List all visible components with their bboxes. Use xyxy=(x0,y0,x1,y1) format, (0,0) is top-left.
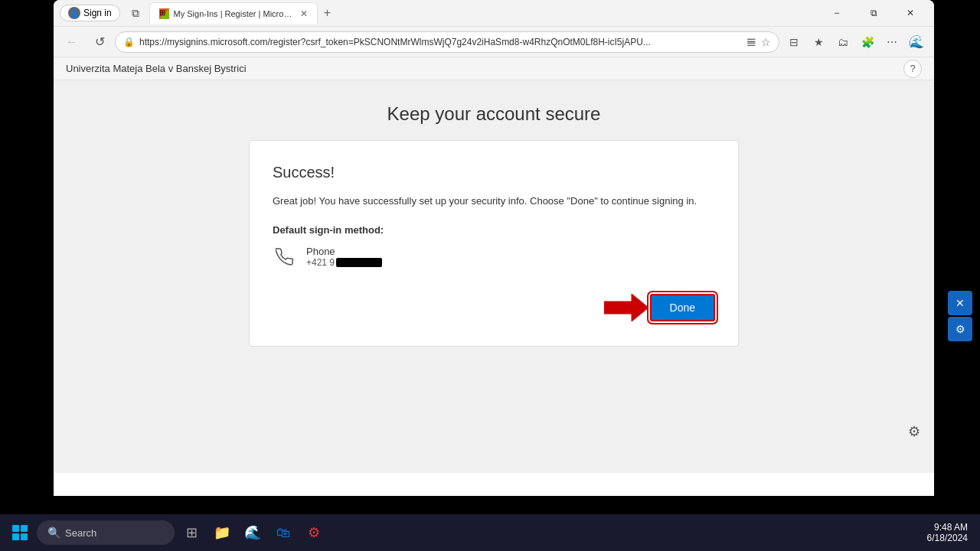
phone-label: Phone xyxy=(306,246,382,257)
taskbar-search[interactable]: 🔍 Search xyxy=(37,520,175,545)
page-content: Keep your account secure Success! Great … xyxy=(54,80,934,473)
profile-icon: 👤 xyxy=(68,7,80,19)
toolbar-actions: ⊟ ★ 🗂 🧩 ⋯ 🌊 xyxy=(782,31,928,54)
success-message: Great job! You have successfully set up … xyxy=(273,194,715,209)
clock-date: 6/18/2024 xyxy=(927,533,968,543)
close-button[interactable]: ✕ xyxy=(893,2,928,24)
phone-row: Phone +421 9 xyxy=(273,245,715,269)
phone-redacted xyxy=(336,258,382,267)
profile-label: Sign in xyxy=(83,8,112,18)
success-heading: Success! xyxy=(273,164,715,181)
extra-app-button[interactable]: ⚙ xyxy=(300,519,328,546)
clock-time: 9:48 AM xyxy=(934,522,968,533)
taskbar: 🔍 Search ⊞ 📁 🌊 🛍 ⚙ 9:48 AM 6/18/2024 xyxy=(0,514,980,551)
institution-bar: Univerzita Mateja Bela v Banskej Bystric… xyxy=(54,57,934,80)
task-view-button[interactable]: ⊞ xyxy=(178,519,205,546)
side-icon-1[interactable]: ✕ xyxy=(948,291,972,315)
clock: 9:48 AM 6/18/2024 xyxy=(927,522,974,543)
profile-button[interactable]: 👤 Sign in xyxy=(60,5,120,21)
tab-picker-button[interactable]: ⧉ xyxy=(125,2,146,24)
favorites-button[interactable]: ★ xyxy=(807,31,830,54)
tabs-area: ⊞ My Sign-Ins | Register | Microsoft ...… xyxy=(149,0,819,26)
store-button[interactable]: 🛍 xyxy=(270,519,297,546)
file-explorer-button[interactable]: 📁 xyxy=(208,519,236,546)
start-button[interactable] xyxy=(6,519,34,546)
new-tab-button[interactable]: + xyxy=(318,6,337,20)
windows-icon xyxy=(12,525,28,540)
phone-number: +421 9 xyxy=(306,257,382,268)
extensions-button[interactable]: 🧩 xyxy=(856,31,879,54)
minimize-button[interactable]: − xyxy=(819,2,854,24)
svg-marker-0 xyxy=(604,294,648,321)
favorites-icon[interactable]: ☆ xyxy=(761,36,771,48)
more-button[interactable]: ⋯ xyxy=(880,31,903,54)
settings-button[interactable]: ⚙ xyxy=(903,421,925,442)
phone-info: Phone +421 9 xyxy=(306,246,382,268)
collections-button[interactable]: 🗂 xyxy=(831,31,854,54)
search-icon: 🔍 xyxy=(47,527,60,539)
tab-title: My Sign-Ins | Register | Microsoft ... xyxy=(174,9,296,18)
help-button[interactable]: ? xyxy=(903,60,922,78)
window-controls: − ⧉ ✕ xyxy=(819,2,928,24)
read-mode-icon: 𝌆 xyxy=(746,36,756,48)
red-arrow-icon xyxy=(604,292,650,323)
done-area: Done xyxy=(273,292,715,323)
arrow-annotation: Done xyxy=(604,292,715,323)
address-bar[interactable]: 🔒 https://mysignins.microsoft.com/regist… xyxy=(115,31,779,53)
refresh-button[interactable]: ↺ xyxy=(87,30,112,54)
success-card: Success! Great job! You have successfull… xyxy=(249,140,739,347)
favicon: ⊞ xyxy=(159,8,169,19)
url-text: https://mysignins.microsoft.com/register… xyxy=(139,37,742,47)
institution-name: Univerzita Mateja Bela v Banskej Bystric… xyxy=(66,63,247,74)
toolbar: ← ↺ 🔒 https://mysignins.microsoft.com/re… xyxy=(54,27,934,57)
split-view-button[interactable]: ⊟ xyxy=(782,31,805,54)
page-title: Keep your account secure xyxy=(387,103,601,125)
restore-button[interactable]: ⧉ xyxy=(856,2,891,24)
active-tab[interactable]: ⊞ My Sign-Ins | Register | Microsoft ...… xyxy=(149,2,318,24)
default-method-label: Default sign-in method: xyxy=(273,224,715,236)
title-bar: 👤 Sign in ⧉ ⊞ My Sign-Ins | Register | M… xyxy=(54,0,934,27)
done-button[interactable]: Done xyxy=(650,294,715,321)
browser-window: 👤 Sign in ⧉ ⊞ My Sign-Ins | Register | M… xyxy=(54,0,934,496)
side-icon-2[interactable]: ⚙ xyxy=(948,317,972,341)
back-button[interactable]: ← xyxy=(60,30,84,54)
edge-taskbar-button[interactable]: 🌊 xyxy=(239,519,266,546)
edge-icon: 🌊 xyxy=(905,31,928,54)
tab-close-button[interactable]: ✕ xyxy=(300,8,308,19)
phone-icon xyxy=(273,245,297,269)
lock-icon: 🔒 xyxy=(123,37,135,47)
search-label: Search xyxy=(65,527,96,539)
side-panel: ✕ ⚙ xyxy=(948,291,972,341)
content-area: Univerzita Mateja Bela v Banskej Bystric… xyxy=(54,57,934,473)
